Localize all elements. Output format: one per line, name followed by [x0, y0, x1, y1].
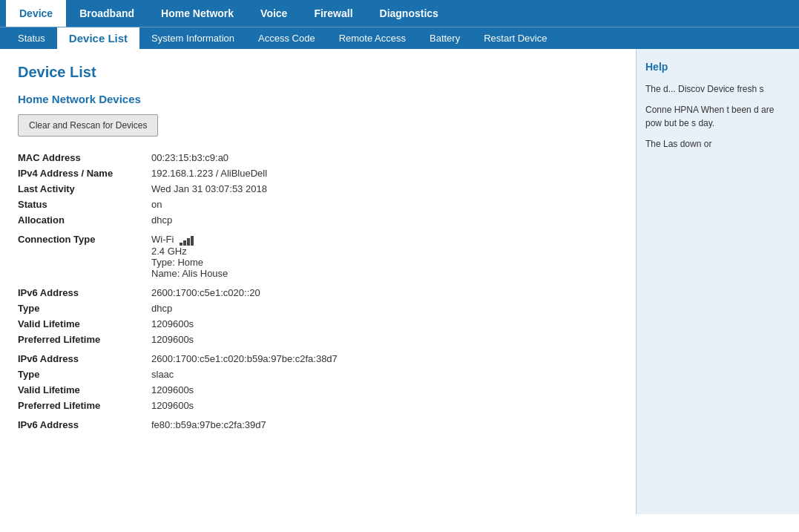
subnav-remote-access[interactable]: Remote Access	[327, 27, 418, 49]
table-row: Connection Type Wi-Fi 2.4 GHz Type: Home…	[18, 228, 618, 281]
connection-ghz: 2.4 GHz	[151, 246, 187, 257]
mac-value: 00:23:15:b3:c9:a0	[151, 150, 618, 165]
table-row: Valid Lifetime 1209600s	[18, 382, 618, 398]
table-row: IPv6 Address fe80::b59a:97be:c2fa:39d7	[18, 413, 618, 433]
allocation-label: Allocation	[18, 212, 151, 228]
signal-bar-4	[191, 236, 194, 246]
rescan-button[interactable]: Clear and Rescan for Devices	[18, 114, 158, 137]
preferred-lifetime-value-1: 1209600s	[151, 332, 618, 347]
help-title: Help	[645, 59, 790, 75]
ipv4-label: IPv4 Address / Name	[18, 165, 151, 181]
subnav-system-information[interactable]: System Information	[139, 27, 246, 49]
table-row: Type slaac	[18, 367, 618, 382]
connection-name: Name: Alis House	[151, 268, 228, 279]
table-row: Preferred Lifetime 1209600s	[18, 398, 618, 413]
activity-label: Last Activity	[18, 181, 151, 197]
valid-lifetime-value-2: 1209600s	[151, 382, 618, 398]
activity-value: Wed Jan 31 03:07:53 2018	[151, 181, 618, 197]
section-title: Home Network Devices	[18, 93, 618, 105]
help-text-3: The Las down or	[645, 137, 790, 151]
ipv6-label-2: IPv6 Address	[18, 347, 151, 367]
main-layout: Device List Home Network Devices Clear a…	[0, 49, 799, 514]
wifi-signal-icon	[180, 235, 194, 246]
table-row: Last Activity Wed Jan 31 03:07:53 2018	[18, 181, 618, 197]
table-row: Allocation dhcp	[18, 212, 618, 228]
valid-lifetime-label-1: Valid Lifetime	[18, 316, 151, 332]
allocation-value: dhcp	[151, 212, 618, 228]
device-table: MAC Address 00:23:15:b3:c9:a0 IPv4 Addre…	[18, 150, 618, 433]
page-title: Device List	[18, 64, 618, 81]
ipv6-value-3: fe80::b59a:97be:c2fa:39d7	[151, 413, 618, 433]
type-value-2: slaac	[151, 367, 618, 382]
ipv6-value-1: 2600:1700:c5e1:c020::20	[151, 281, 618, 301]
top-nav: Device Broadband Home Network Voice Fire…	[0, 0, 799, 27]
table-row: IPv6 Address 2600:1700:c5e1:c020:b59a:97…	[18, 347, 618, 367]
nav-home-network[interactable]: Home Network	[148, 0, 247, 27]
subnav-status[interactable]: Status	[6, 27, 57, 49]
connection-type-label: Connection Type	[18, 228, 151, 281]
type-label-2: Type	[18, 367, 151, 382]
subnav-access-code[interactable]: Access Code	[246, 27, 327, 49]
preferred-lifetime-label-2: Preferred Lifetime	[18, 398, 151, 413]
valid-lifetime-label-2: Valid Lifetime	[18, 382, 151, 398]
table-row: MAC Address 00:23:15:b3:c9:a0	[18, 150, 618, 165]
table-row: IPv4 Address / Name 192.168.1.223 / AliB…	[18, 165, 618, 181]
type-label-1: Type	[18, 301, 151, 316]
ipv6-label-3: IPv6 Address	[18, 413, 151, 433]
type-value-1: dhcp	[151, 301, 618, 316]
connection-type-home: Type: Home	[151, 257, 203, 268]
signal-bar-2	[183, 240, 186, 246]
status-value: on	[151, 197, 618, 212]
table-row: IPv6 Address 2600:1700:c5e1:c020::20	[18, 281, 618, 301]
nav-broadband[interactable]: Broadband	[66, 0, 148, 27]
wifi-text: Wi-Fi	[151, 234, 174, 245]
ipv6-label-1: IPv6 Address	[18, 281, 151, 301]
table-row: Type dhcp	[18, 301, 618, 316]
preferred-lifetime-label-1: Preferred Lifetime	[18, 332, 151, 347]
status-label: Status	[18, 197, 151, 212]
subnav-device-list[interactable]: Device List	[57, 27, 139, 49]
help-text-1: The d... Discov Device fresh s	[645, 82, 790, 96]
content-area: Device List Home Network Devices Clear a…	[0, 49, 636, 514]
nav-diagnostics[interactable]: Diagnostics	[366, 0, 452, 27]
nav-device[interactable]: Device	[6, 0, 66, 27]
ipv6-value-2: 2600:1700:c5e1:c020:b59a:97be:c2fa:38d7	[151, 347, 618, 367]
table-row: Valid Lifetime 1209600s	[18, 316, 618, 332]
mac-label: MAC Address	[18, 150, 151, 165]
signal-bar-3	[187, 238, 190, 246]
nav-voice[interactable]: Voice	[247, 0, 300, 27]
subnav-restart-device[interactable]: Restart Device	[472, 27, 559, 49]
nav-firewall[interactable]: Firewall	[300, 0, 366, 27]
connection-type-value: Wi-Fi 2.4 GHz Type: Home Name: Alis Hous…	[151, 228, 618, 281]
subnav-battery[interactable]: Battery	[418, 27, 472, 49]
table-row: Status on	[18, 197, 618, 212]
help-text-2: Conne HPNA When t been d are pow but be …	[645, 103, 790, 130]
help-panel: Help The d... Discov Device fresh s Conn…	[636, 49, 799, 514]
ipv4-value: 192.168.1.223 / AliBlueDell	[151, 165, 618, 181]
preferred-lifetime-value-2: 1209600s	[151, 398, 618, 413]
valid-lifetime-value-1: 1209600s	[151, 316, 618, 332]
sub-nav: Status Device List System Information Ac…	[0, 27, 799, 49]
table-row: Preferred Lifetime 1209600s	[18, 332, 618, 347]
